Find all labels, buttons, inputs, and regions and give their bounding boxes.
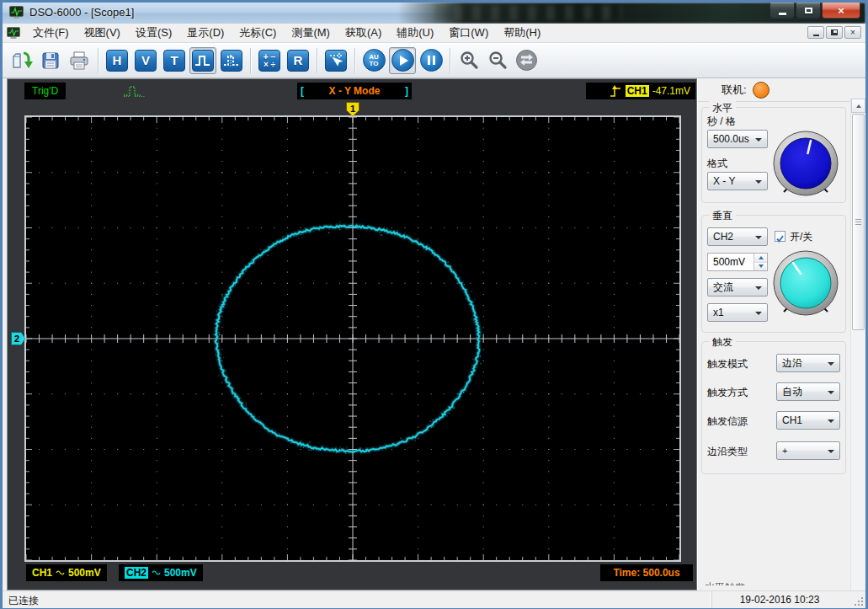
ch1-readout: CH1 500mV bbox=[26, 564, 107, 581]
trigger-mode-label: 触发模式 bbox=[707, 357, 748, 371]
status-bar: 已连接 19-02-2016 10:23 bbox=[3, 590, 865, 608]
menu-window[interactable]: 窗口(W) bbox=[441, 24, 496, 42]
title-bar[interactable]: DSO-6000 - [Scope1] × bbox=[3, 3, 865, 24]
trigger-mode-value: 边沿 bbox=[782, 356, 802, 371]
chevron-down-icon bbox=[828, 362, 834, 366]
volts-per-div-spinner[interactable]: 500mV bbox=[707, 253, 768, 271]
menu-utility[interactable]: 辅助(U) bbox=[389, 24, 441, 42]
toolbar: H V T + −× ÷ R AUTO bbox=[3, 43, 865, 78]
resize-grip[interactable] bbox=[854, 596, 864, 606]
menu-file[interactable]: 文件(F) bbox=[25, 24, 77, 42]
chevron-down-icon bbox=[755, 312, 762, 315]
trigger-settings-button[interactable]: T bbox=[161, 47, 188, 74]
reference-button[interactable]: R bbox=[285, 47, 312, 74]
pause-icon bbox=[428, 56, 435, 65]
clipped-group-label: 水平触发 bbox=[705, 580, 745, 585]
print-button[interactable] bbox=[66, 47, 93, 74]
mdi-minimize-button[interactable] bbox=[807, 26, 824, 39]
menu-setup[interactable]: 设置(S) bbox=[128, 24, 179, 42]
ch1-volts: 500mV bbox=[68, 567, 101, 579]
swap-button[interactable] bbox=[513, 47, 540, 74]
trigger-sweep-label: 触发方式 bbox=[707, 386, 748, 400]
close-icon: × bbox=[838, 4, 844, 17]
chevron-down-icon bbox=[828, 419, 834, 423]
app-icon bbox=[9, 6, 24, 19]
pulse-mode-button[interactable] bbox=[189, 47, 216, 74]
trigger-mode-select[interactable]: 边沿 bbox=[776, 354, 840, 372]
channel-on-off-checkbox[interactable] bbox=[775, 231, 785, 242]
ac-coupling-icon bbox=[56, 569, 65, 576]
connection-indicator-icon bbox=[753, 82, 769, 99]
zoom-out-button[interactable] bbox=[484, 47, 511, 74]
edge-type-select[interactable]: + bbox=[776, 441, 840, 460]
datetime-cell: 19-02-2016 10:23 bbox=[711, 591, 847, 608]
sec-per-div-label: 秒 / 格 bbox=[707, 115, 736, 129]
toolbar-separator bbox=[317, 48, 317, 73]
chevron-down-icon bbox=[755, 286, 762, 290]
ch2-volts: 500mV bbox=[164, 567, 197, 579]
pulse-dashed-mode-button[interactable] bbox=[218, 47, 245, 74]
channel-select[interactable]: CH2 bbox=[707, 227, 768, 246]
spinner-buttons[interactable] bbox=[754, 254, 767, 270]
menu-measure[interactable]: 测量(M) bbox=[284, 24, 338, 42]
window-minimize-button[interactable] bbox=[769, 3, 795, 19]
swap-arrows-icon bbox=[515, 49, 538, 72]
open-file-icon bbox=[11, 50, 33, 72]
format-value: X - Y bbox=[713, 175, 735, 187]
horizontal-settings-button[interactable]: H bbox=[104, 47, 130, 74]
volts-per-div-value: 500mV bbox=[713, 256, 745, 268]
menu-cursor[interactable]: 光标(C) bbox=[232, 24, 284, 42]
mdi-close-button[interactable]: × bbox=[844, 26, 861, 39]
document-icon[interactable] bbox=[7, 27, 20, 40]
pulse-dashed-icon bbox=[222, 51, 241, 70]
toolbar-separator bbox=[450, 48, 450, 73]
cursor-icon bbox=[327, 51, 345, 70]
minimize-icon bbox=[813, 35, 819, 36]
panel-scrollbar[interactable] bbox=[850, 99, 865, 590]
trigger-source-select[interactable]: CH1 bbox=[776, 411, 840, 430]
format-select[interactable]: X - Y bbox=[707, 172, 768, 190]
pause-button[interactable] bbox=[418, 47, 445, 74]
trigger-position-marker[interactable]: 1 bbox=[346, 102, 359, 116]
toolbar-separator bbox=[98, 48, 99, 73]
ac-coupling-icon bbox=[152, 569, 161, 576]
xy-trace-display bbox=[26, 117, 679, 560]
menu-help[interactable]: 帮助(H) bbox=[496, 24, 548, 42]
mdi-restore-button[interactable] bbox=[826, 26, 843, 39]
zoom-in-button[interactable] bbox=[455, 47, 482, 74]
open-file-button[interactable] bbox=[8, 47, 35, 74]
client-area: Trig'D [ X - Y Mode ] CH1 -47.1mV bbox=[3, 78, 865, 590]
mode-bracket-left: [ bbox=[301, 85, 304, 97]
menu-bar: 文件(F) 视图(V) 设置(S) 显示(D) 光标(C) 测量(M) 获取(A… bbox=[3, 24, 865, 43]
vertical-group-title: 垂直 bbox=[709, 209, 736, 223]
marker-2-label: 2 bbox=[14, 334, 19, 344]
scrollbar-thumb[interactable] bbox=[852, 114, 865, 330]
window-close-button[interactable]: × bbox=[822, 3, 860, 19]
vertical-group: 垂直 CH2 开/关 500mV 交流 bbox=[701, 215, 846, 333]
trigger-source-label: 触发信源 bbox=[707, 414, 748, 429]
sec-per-div-select[interactable]: 500.0us bbox=[707, 130, 768, 148]
menu-display[interactable]: 显示(D) bbox=[179, 24, 232, 42]
autoset-button[interactable]: AUTO bbox=[360, 47, 387, 74]
display-mode-badge: [ X - Y Mode ] bbox=[297, 83, 412, 99]
cursor-measure-button[interactable] bbox=[322, 47, 349, 74]
scroll-up-button[interactable] bbox=[851, 99, 865, 113]
channel2-level-marker[interactable]: 2 bbox=[11, 332, 25, 345]
on-off-label: 开/关 bbox=[790, 230, 812, 244]
trigger-channel-badge: CH1 bbox=[626, 85, 649, 97]
vertical-knob[interactable] bbox=[772, 249, 839, 320]
trigger-sweep-select[interactable]: 自动 bbox=[776, 382, 840, 401]
menu-view[interactable]: 视图(V) bbox=[77, 24, 128, 42]
save-button[interactable] bbox=[37, 47, 64, 74]
horizontal-group-title: 水平 bbox=[709, 101, 736, 115]
window-maximize-button[interactable] bbox=[796, 3, 821, 19]
coupling-select[interactable]: 交流 bbox=[707, 278, 768, 296]
scope-screen[interactable] bbox=[24, 115, 681, 562]
window-title: DSO-6000 - [Scope1] bbox=[29, 6, 134, 19]
vertical-settings-button[interactable]: V bbox=[132, 47, 159, 74]
run-button[interactable] bbox=[389, 47, 416, 74]
menu-acquire[interactable]: 获取(A) bbox=[338, 24, 389, 42]
math-button[interactable]: + −× ÷ bbox=[256, 47, 283, 74]
horizontal-knob[interactable] bbox=[772, 130, 839, 200]
probe-select[interactable]: x1 bbox=[707, 303, 768, 322]
